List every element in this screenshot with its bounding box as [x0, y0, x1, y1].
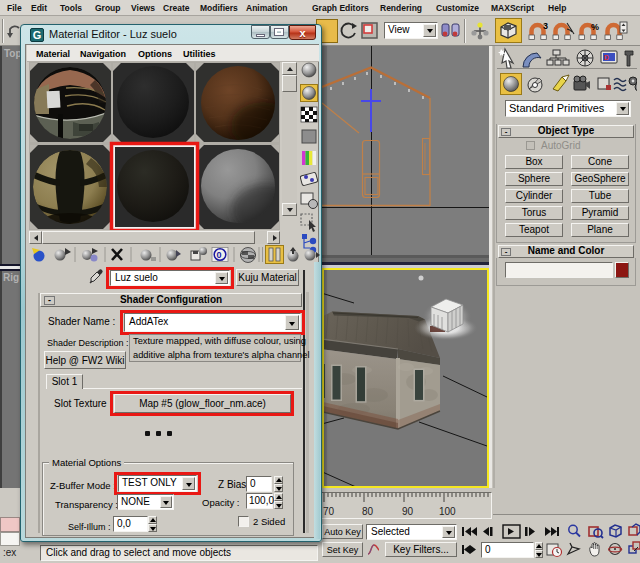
svg-text:70: 70	[323, 506, 335, 517]
svg-text:90: 90	[402, 506, 414, 517]
svg-text:3: 3	[543, 21, 548, 31]
svg-text:100: 100	[439, 506, 456, 517]
svg-text:0: 0	[217, 250, 222, 260]
svg-text:D: D	[604, 54, 609, 61]
svg-text:%: %	[591, 22, 599, 32]
svg-text:80: 80	[362, 506, 374, 517]
